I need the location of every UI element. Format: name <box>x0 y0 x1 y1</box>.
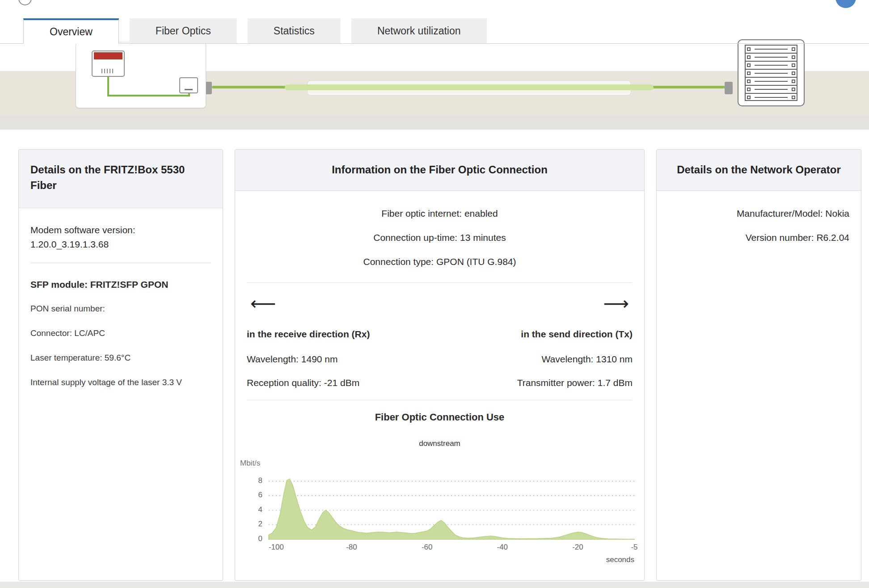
sfp-module-heading: SFP module: FRITZ!SFP GPON <box>30 279 211 290</box>
x-axis-title: seconds <box>606 555 634 564</box>
rack-unit <box>746 70 797 78</box>
next-arrow-icon[interactable]: ⟶ <box>603 294 629 312</box>
modem-software-version: Modem software version: 1.20.0_3.19.1.3.… <box>30 223 211 251</box>
connection-card-title: Information on the Fiber Optic Connectio… <box>235 150 644 191</box>
version-number-row: Version number: R6.2.04 <box>668 231 849 244</box>
fiber-internet-status: Fiber optic internet: enabled <box>247 207 633 220</box>
tab-fiber-optics[interactable]: Fiber Optics <box>130 18 237 43</box>
rx-reception-quality: Reception quality: -21 dBm <box>247 376 370 390</box>
ground-band-shadow <box>0 116 869 130</box>
fiber-cable-highlight <box>285 84 654 90</box>
router-illustration <box>76 42 206 108</box>
tx-heading: in the send direction (Tx) <box>517 328 633 341</box>
x-tick-label: -40 <box>497 543 508 552</box>
rack-unit <box>746 46 797 54</box>
sfp-module-icon <box>179 77 198 93</box>
tab-overview[interactable]: Overview <box>23 18 119 44</box>
rack-unit <box>746 54 797 62</box>
y-tick-label: 8 <box>243 476 262 485</box>
x-tick-label: -20 <box>572 543 583 552</box>
sfp-slot <box>185 89 193 90</box>
network-operator-rack-icon <box>738 39 805 106</box>
info-cards: Details on the FRITZ!Box 5530 Fiber Mode… <box>18 149 861 581</box>
footer-strip <box>0 582 869 588</box>
y-tick-label: 6 <box>243 491 262 500</box>
rack-unit <box>746 78 797 86</box>
cut-off-header-icon <box>18 0 32 5</box>
tab-label: Fiber Optics <box>156 25 211 37</box>
device-card-title: Details on the FRITZ!Box 5530 Fiber <box>19 150 223 208</box>
x-tick-label: -80 <box>346 543 357 552</box>
y-tick-label: 2 <box>243 520 262 529</box>
connection-type: Connection type: GPON (ITU G.984) <box>247 255 633 269</box>
x-tick-label: -60 <box>422 543 433 552</box>
x-tick-label: -5 <box>631 543 637 552</box>
network-operator-card: Details on the Network Operator Manufact… <box>656 149 861 581</box>
fiber-connector-right-icon <box>725 82 733 94</box>
connection-uptime: Connection up-time: 13 minutes <box>247 231 633 244</box>
device-details-card: Details on the FRITZ!Box 5530 Fiber Mode… <box>18 149 223 581</box>
tab-statistics[interactable]: Statistics <box>248 18 341 43</box>
usage-chart-title: Fiber Optic Connection Use <box>247 410 633 424</box>
rack-unit <box>746 94 797 101</box>
tab-network-utilization[interactable]: Network utilization <box>351 18 487 43</box>
x-tick-label: -100 <box>269 543 284 552</box>
usage-chart: Mbit/s 02468 -100-80-60-40-20-5 seconds <box>269 477 634 539</box>
divider <box>30 263 211 263</box>
lan-cable <box>107 77 109 97</box>
laser-voltage-row: Internal supply voltage of the laser 3.3… <box>30 377 211 388</box>
connection-illustration <box>0 43 869 130</box>
connector-row: Connector: LC/APC <box>30 328 211 339</box>
tab-label: Network utilization <box>377 25 461 37</box>
tx-wavelength: Wavelength: 1310 nm <box>517 353 633 366</box>
lan-cable <box>107 95 190 97</box>
rack-frame <box>745 45 797 101</box>
tab-label: Statistics <box>274 25 315 37</box>
tab-label: Overview <box>50 26 93 38</box>
help-button-partial[interactable] <box>835 0 856 8</box>
divider <box>247 282 633 283</box>
downstream-label: downstream <box>247 439 633 449</box>
pon-serial-row: PON serial number: <box>30 303 211 315</box>
rack-unit <box>746 62 797 70</box>
previous-arrow-icon[interactable]: ⟵ <box>250 294 276 312</box>
manufacturer-model-row: Manufacturer/Model: Nokia <box>668 207 849 220</box>
tab-bar: Overview Fiber Optics Statistics Network… <box>0 18 869 44</box>
y-axis-title: Mbit/s <box>240 459 260 468</box>
rx-heading: in the receive direction (Rx) <box>247 328 370 341</box>
fritzbox-icon <box>92 50 125 77</box>
rack-unit <box>746 86 797 94</box>
tx-transmitter-power: Transmitter power: 1.7 dBm <box>517 376 633 390</box>
fritzbox-vents <box>101 69 115 73</box>
laser-temperature-row: Laser temperature: 59.6°C <box>30 352 211 364</box>
operator-card-title: Details on the Network Operator <box>657 150 861 191</box>
divider <box>247 400 633 400</box>
y-tick-label: 4 <box>243 505 262 514</box>
page: Overview Fiber Optics Statistics Network… <box>0 0 869 588</box>
receive-direction-column: in the receive direction (Rx) Wavelength… <box>247 328 370 400</box>
rx-wavelength: Wavelength: 1490 nm <box>247 353 370 366</box>
fritzbox-top-panel <box>94 52 122 59</box>
fiber-connection-card: Information on the Fiber Optic Connectio… <box>235 149 645 581</box>
y-tick-label: 0 <box>243 534 262 543</box>
direction-pager: ⟵ ⟶ <box>247 291 633 321</box>
send-direction-column: in the send direction (Tx) Wavelength: 1… <box>517 328 633 400</box>
usage-chart-svg <box>269 477 634 539</box>
